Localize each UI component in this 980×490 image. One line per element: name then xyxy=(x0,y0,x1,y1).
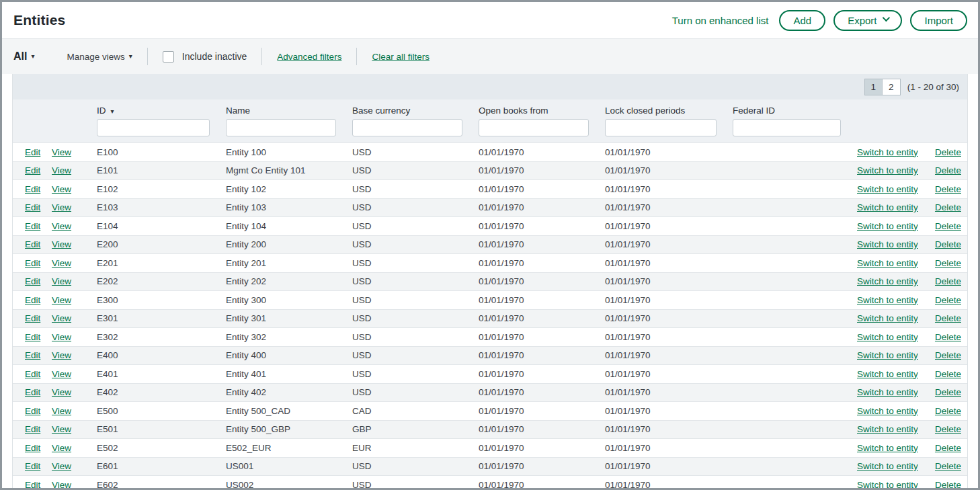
edit-link[interactable]: Edit xyxy=(25,202,40,212)
switch-to-entity-link[interactable]: Switch to entity xyxy=(857,165,918,175)
column-header-lock-closed-periods[interactable]: Lock closed periods xyxy=(593,99,721,117)
delete-link[interactable]: Delete xyxy=(935,313,961,323)
switch-to-entity-link[interactable]: Switch to entity xyxy=(857,258,918,268)
delete-link[interactable]: Delete xyxy=(935,276,961,286)
edit-link[interactable]: Edit xyxy=(25,147,40,157)
column-header-id[interactable]: ID▾ xyxy=(85,99,214,117)
clear-all-filters-link[interactable]: Clear all filters xyxy=(372,52,430,62)
filter-input-name[interactable] xyxy=(226,119,336,136)
edit-link[interactable]: Edit xyxy=(25,461,40,471)
switch-to-entity-link[interactable]: Switch to entity xyxy=(857,221,918,231)
view-link[interactable]: View xyxy=(52,202,71,212)
switch-to-entity-link[interactable]: Switch to entity xyxy=(857,147,918,157)
edit-link[interactable]: Edit xyxy=(25,350,40,360)
switch-to-entity-link[interactable]: Switch to entity xyxy=(857,295,918,305)
manage-views-dropdown[interactable]: Manage views ▾ xyxy=(67,52,132,62)
edit-link[interactable]: Edit xyxy=(25,406,40,416)
edit-link[interactable]: Edit xyxy=(25,480,40,488)
view-link[interactable]: View xyxy=(52,369,71,379)
edit-link[interactable]: Edit xyxy=(25,424,40,434)
column-header-open-books-from[interactable]: Open books from xyxy=(466,99,593,117)
switch-to-entity-link[interactable]: Switch to entity xyxy=(857,202,918,212)
delete-link[interactable]: Delete xyxy=(935,147,961,157)
view-selector-dropdown[interactable]: All ▾ xyxy=(13,50,34,63)
view-link[interactable]: View xyxy=(52,332,71,342)
include-inactive-toggle[interactable]: Include inactive xyxy=(163,51,247,63)
view-link[interactable]: View xyxy=(52,313,71,323)
view-link[interactable]: View xyxy=(52,165,71,175)
edit-link[interactable]: Edit xyxy=(25,313,40,323)
edit-link[interactable]: Edit xyxy=(25,295,40,305)
column-header-name[interactable]: Name xyxy=(214,99,340,117)
view-link[interactable]: View xyxy=(52,480,71,488)
edit-link[interactable]: Edit xyxy=(25,184,40,194)
view-link[interactable]: View xyxy=(52,406,71,416)
edit-link[interactable]: Edit xyxy=(25,369,40,379)
delete-link[interactable]: Delete xyxy=(935,406,961,416)
edit-link[interactable]: Edit xyxy=(25,258,40,268)
view-link[interactable]: View xyxy=(52,184,71,194)
view-link[interactable]: View xyxy=(52,147,71,157)
delete-link[interactable]: Delete xyxy=(935,258,961,268)
switch-to-entity-link[interactable]: Switch to entity xyxy=(857,313,918,323)
switch-to-entity-link[interactable]: Switch to entity xyxy=(857,461,918,471)
filter-input-base-currency[interactable] xyxy=(352,119,462,136)
switch-to-entity-link[interactable]: Switch to entity xyxy=(857,369,918,379)
delete-link[interactable]: Delete xyxy=(935,239,961,249)
turn-on-enhanced-list-link[interactable]: Turn on enhanced list xyxy=(672,15,769,26)
export-button[interactable]: Export xyxy=(833,10,902,31)
view-link[interactable]: View xyxy=(52,221,71,231)
edit-link[interactable]: Edit xyxy=(25,165,40,175)
import-button[interactable]: Import xyxy=(910,10,967,31)
switch-to-entity-link[interactable]: Switch to entity xyxy=(857,480,918,488)
switch-to-entity-link[interactable]: Switch to entity xyxy=(857,350,918,360)
view-link[interactable]: View xyxy=(52,350,71,360)
advanced-filters-link[interactable]: Advanced filters xyxy=(277,52,341,62)
view-link[interactable]: View xyxy=(52,295,71,305)
view-link[interactable]: View xyxy=(52,424,71,434)
delete-link[interactable]: Delete xyxy=(935,350,961,360)
delete-link[interactable]: Delete xyxy=(935,387,961,397)
delete-link[interactable]: Delete xyxy=(935,184,961,194)
column-header-base-currency[interactable]: Base currency xyxy=(340,99,466,117)
delete-link[interactable]: Delete xyxy=(935,443,961,453)
view-link[interactable]: View xyxy=(52,276,71,286)
column-header-federal-id[interactable]: Federal ID xyxy=(721,99,845,117)
switch-to-entity-link[interactable]: Switch to entity xyxy=(857,443,918,453)
view-link[interactable]: View xyxy=(52,443,71,453)
switch-to-entity-link[interactable]: Switch to entity xyxy=(857,239,918,249)
delete-link[interactable]: Delete xyxy=(935,480,961,488)
filter-input-id[interactable] xyxy=(97,119,210,136)
edit-link[interactable]: Edit xyxy=(25,387,40,397)
switch-to-entity-link[interactable]: Switch to entity xyxy=(857,387,918,397)
delete-link[interactable]: Delete xyxy=(935,424,961,434)
filter-input-lock-closed-periods[interactable] xyxy=(605,119,717,136)
edit-link[interactable]: Edit xyxy=(25,221,40,231)
page-button-1[interactable]: 1 xyxy=(864,79,883,95)
switch-to-entity-link[interactable]: Switch to entity xyxy=(857,424,918,434)
delete-link[interactable]: Delete xyxy=(935,202,961,212)
switch-to-entity-link[interactable]: Switch to entity xyxy=(857,184,918,194)
filter-input-federal-id[interactable] xyxy=(733,119,841,136)
switch-to-entity-link[interactable]: Switch to entity xyxy=(857,332,918,342)
switch-to-entity-link[interactable]: Switch to entity xyxy=(857,406,918,416)
edit-link[interactable]: Edit xyxy=(25,332,40,342)
delete-link[interactable]: Delete xyxy=(935,369,961,379)
delete-link[interactable]: Delete xyxy=(935,332,961,342)
delete-link[interactable]: Delete xyxy=(935,461,961,471)
add-button[interactable]: Add xyxy=(779,10,825,31)
edit-link[interactable]: Edit xyxy=(25,443,40,453)
switch-to-entity-link[interactable]: Switch to entity xyxy=(857,276,918,286)
delete-link[interactable]: Delete xyxy=(935,221,961,231)
edit-link[interactable]: Edit xyxy=(25,239,40,249)
include-inactive-checkbox[interactable] xyxy=(163,51,174,63)
delete-link[interactable]: Delete xyxy=(935,165,961,175)
page-button-2[interactable]: 2 xyxy=(883,79,901,95)
filter-input-open-books-from[interactable] xyxy=(479,119,589,136)
view-link[interactable]: View xyxy=(52,258,71,268)
edit-link[interactable]: Edit xyxy=(25,276,40,286)
view-link[interactable]: View xyxy=(52,461,71,471)
view-link[interactable]: View xyxy=(52,387,71,397)
delete-link[interactable]: Delete xyxy=(935,295,961,305)
view-link[interactable]: View xyxy=(52,239,71,249)
